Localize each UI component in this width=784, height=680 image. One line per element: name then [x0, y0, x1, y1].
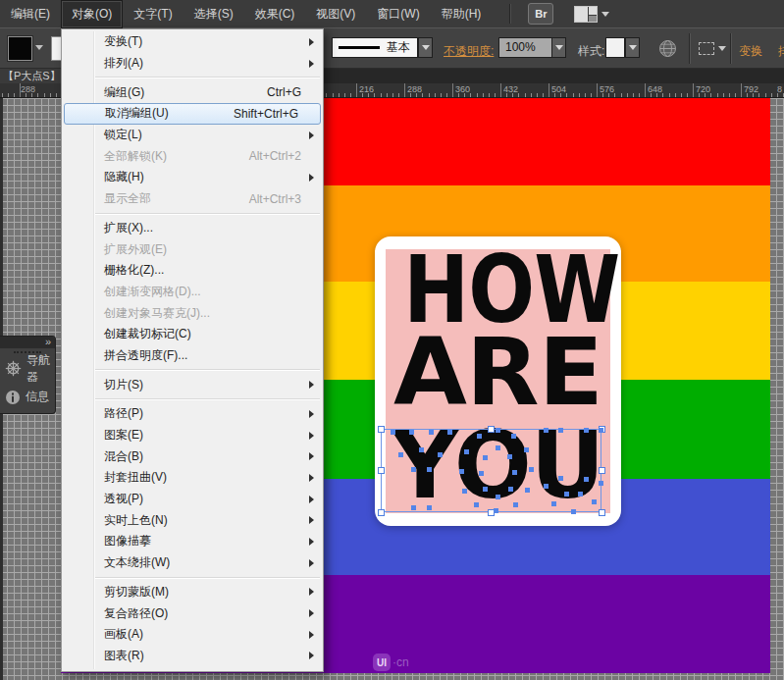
workspace-switcher[interactable] [574, 6, 609, 23]
opacity-link[interactable]: 不透明度: [444, 43, 494, 60]
path-anchor-point[interactable] [558, 476, 563, 481]
object-menu-item-slice[interactable]: 切片(S) [62, 374, 323, 395]
recolor-artwork-icon[interactable] [658, 39, 677, 61]
object-menu-item-create-trim-marks[interactable]: 创建裁切标记(C) [62, 324, 323, 345]
path-anchor-point[interactable] [524, 447, 529, 452]
path-anchor-point[interactable] [599, 428, 603, 433]
fill-color-swatch[interactable] [8, 36, 32, 61]
object-menu-item-create-gradient-mesh[interactable]: 创建渐变网格(D)... [62, 282, 323, 303]
object-menu-item-envelope-distort[interactable]: 封套扭曲(V) [62, 467, 323, 489]
path-anchor-point[interactable] [544, 428, 549, 433]
align-selection-icon[interactable] [699, 42, 714, 55]
selection-handle[interactable] [378, 426, 385, 433]
style-swatch[interactable] [605, 37, 625, 58]
path-anchor-point[interactable] [483, 455, 488, 460]
object-menu-item-blend[interactable]: 混合(B) [62, 445, 323, 467]
path-anchor-point[interactable] [496, 445, 500, 450]
object-menu-item-flatten-transparency[interactable]: 拼合透明度(F)... [62, 345, 323, 367]
object-menu-item-rasterize[interactable]: 栅格化(Z)... [62, 260, 323, 282]
object-menu-item-path[interactable]: 路径(P) [62, 403, 323, 425]
path-anchor-point[interactable] [512, 470, 517, 475]
menubar-item-object[interactable]: 对象(O) [61, 0, 123, 28]
selection-handle[interactable] [378, 509, 385, 516]
menubar-item-select[interactable]: 选择(S) [183, 0, 244, 28]
path-anchor-point[interactable] [391, 430, 395, 435]
path-anchor-point[interactable] [511, 434, 516, 439]
path-anchor-point[interactable] [496, 495, 500, 499]
object-menu-item-live-paint[interactable]: 实时上色(N) [62, 509, 323, 531]
bridge-button[interactable]: Br [528, 3, 553, 25]
path-anchor-point[interactable] [494, 508, 498, 513]
opacity-dropdown-button[interactable] [551, 37, 566, 58]
object-menu-item-artboards[interactable]: 画板(A) [62, 624, 323, 646]
expand-panels-button[interactable]: » [45, 336, 51, 348]
object-menu-item-perspective[interactable]: 透视(P) [62, 489, 323, 510]
path-anchor-point[interactable] [479, 471, 484, 476]
object-menu-item-expand[interactable]: 扩展(X)... [62, 218, 323, 239]
menubar-item-view[interactable]: 视图(V) [305, 0, 366, 28]
object-menu-item-ungroup[interactable]: 取消编组(U)Shift+Ctrl+G [64, 103, 321, 125]
path-anchor-point[interactable] [411, 467, 416, 472]
card-text-are[interactable]: ARE [384, 336, 613, 408]
object-menu-item-expand-appearance[interactable]: 扩展外观(E) [62, 238, 323, 260]
selection-handle[interactable] [599, 467, 605, 474]
object-menu-item-graph[interactable]: 图表(R) [62, 646, 323, 667]
path-anchor-point[interactable] [525, 488, 530, 493]
transform-link[interactable]: 变换 [739, 43, 762, 60]
selection-handle[interactable] [488, 426, 495, 433]
object-menu-item-transform[interactable]: 变换(T) [62, 31, 323, 53]
path-anchor-point[interactable] [447, 430, 452, 435]
stroke-preset-dropdown-button[interactable] [418, 37, 433, 58]
menubar-item-type[interactable]: 文字(T) [123, 0, 183, 28]
arrange-link-partial[interactable]: 排 [778, 43, 784, 60]
document-tab[interactable]: 【P大点S】 [0, 69, 64, 83]
path-anchor-point[interactable] [427, 467, 432, 472]
object-menu-item-lock[interactable]: 锁定(L) [62, 125, 323, 146]
path-anchor-point[interactable] [592, 499, 597, 504]
path-anchor-point[interactable] [558, 428, 563, 433]
object-menu-item-group[interactable]: 编组(G)Ctrl+G [62, 81, 323, 103]
path-anchor-point[interactable] [584, 477, 589, 482]
menubar-item-help[interactable]: 帮助(H) [431, 0, 493, 28]
object-menu-item-create-object-mosaic[interactable]: 创建对象马赛克(J)... [62, 302, 323, 324]
object-menu-item-compound-path[interactable]: 复合路径(O) [62, 602, 323, 624]
path-anchor-point[interactable] [564, 492, 569, 497]
object-menu-item-hide[interactable]: 隐藏(H) [62, 167, 323, 188]
panel-button-info[interactable]: 信息 [0, 383, 55, 411]
path-anchor-point[interactable] [474, 502, 479, 507]
path-anchor-point[interactable] [544, 484, 549, 489]
panel-button-navigator[interactable]: 导航器 [0, 354, 55, 383]
path-anchor-point[interactable] [411, 505, 416, 510]
object-menu-item-image-trace[interactable]: 图像描摹 [62, 531, 323, 552]
path-anchor-point[interactable] [409, 430, 414, 435]
menubar-item-effect[interactable]: 效果(C) [244, 0, 306, 28]
object-menu-item-pattern[interactable]: 图案(E) [62, 425, 323, 446]
path-anchor-point[interactable] [419, 447, 424, 452]
path-anchor-point[interactable] [578, 492, 583, 497]
path-anchor-point[interactable] [427, 505, 432, 510]
path-anchor-point[interactable] [464, 449, 469, 454]
selection-handle[interactable] [378, 467, 385, 474]
object-menu-item-arrange[interactable]: 排列(A) [62, 53, 323, 75]
path-anchor-point[interactable] [477, 434, 482, 439]
path-anchor-point[interactable] [508, 487, 513, 492]
object-menu-item-show-all[interactable]: 显示全部Alt+Ctrl+3 [62, 188, 323, 210]
align-dropdown-icon[interactable] [718, 46, 726, 51]
selection-handle[interactable] [599, 509, 605, 516]
stroke-preset-select[interactable]: 基本 [332, 37, 418, 58]
object-menu-item-text-wrap[interactable]: 文本绕排(W) [62, 552, 323, 574]
path-anchor-point[interactable] [551, 501, 556, 506]
path-anchor-point[interactable] [462, 489, 467, 494]
path-anchor-point[interactable] [584, 428, 589, 433]
path-anchor-point[interactable] [483, 487, 488, 492]
path-anchor-point[interactable] [429, 430, 434, 435]
style-dropdown-button[interactable] [625, 37, 640, 58]
object-menu-item-unlock-all[interactable]: 全部解锁(K)Alt+Ctrl+2 [62, 145, 323, 167]
fill-swatch-dropdown-icon[interactable] [35, 45, 43, 50]
menubar-item-edit[interactable]: 编辑(E) [0, 0, 61, 28]
object-menu-item-clipping-mask[interactable]: 剪切蒙版(M) [62, 582, 323, 603]
path-anchor-point[interactable] [496, 428, 500, 433]
path-anchor-point[interactable] [438, 452, 443, 457]
path-anchor-point[interactable] [507, 454, 512, 459]
path-anchor-point[interactable] [529, 467, 534, 472]
